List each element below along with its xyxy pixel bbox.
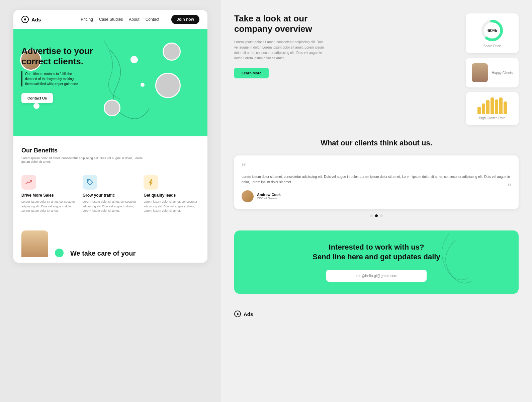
hero-section: Advertise to your correct clients. Our u… [13,29,207,136]
testimonials-title: What our clients think about us. [234,139,519,147]
happy-clients-label: Happy Clients [492,71,513,75]
bar-6 [499,97,503,114]
benefit-card-title-sales: Drive More Sales [21,193,77,198]
benefit-card-leads: Get quality leads Lorem ipsum dolor sit … [144,172,199,217]
quote-open: " [242,162,511,172]
bar-4 [491,97,494,114]
quote-close: " [508,182,512,192]
testimonial-dot-2[interactable] [375,214,378,217]
benefit-card-title-traffic: Grow your traffic [83,193,139,198]
cta-title-text: Interested to work with us?Send line her… [313,243,440,261]
person-avatar [472,63,488,82]
benefit-card-title-leads: Get quality leads [144,193,199,198]
cta-decorative-lines [234,230,519,294]
email-input[interactable]: info@hello.gi@gmail.com [326,270,427,282]
green-dot-decoration [55,249,64,257]
testimonial-dot-3[interactable] [380,214,383,217]
company-description: Lorem ipsum dolor sit amet, consectetur … [234,40,328,61]
benefit-card-desc-leads: Lorem ipsum dolor sit amet, consectetur … [144,200,199,213]
bottom-teaser-section: We take care of your [13,225,207,263]
nav-logo: Ads [21,16,41,23]
nav-links: Pricing Case Studies About Contact [81,17,159,22]
testimonial-author: Andrew Cook CEO of Greens [242,190,511,202]
benefits-description: Lorem ipsum dolor sit amet, consectetur … [21,156,149,163]
author-role: CEO of Greens [257,197,281,200]
cta-section: Interested to work with us?Send line her… [234,230,519,294]
bar-7 [504,102,507,114]
testimonial-card: " Lorem ipsum dolor sit amet, consectetu… [234,155,519,209]
cta-title: Interested to work with us?Send line her… [313,243,440,262]
left-panel: Ads Pricing Case Studies About Contact J… [0,0,221,402]
donut-chart: 60% [480,19,504,42]
happy-clients-card: Happy Clients [466,58,519,87]
benefit-card-sales: Drive More Sales Lorem ipsum dolor sit a… [21,172,77,217]
author-info: Andrew Cook CEO of Greens [257,193,281,200]
lightning-icon [147,179,155,186]
sales-icon-box [21,175,36,190]
high-growth-card: High Growth Rate [466,92,519,125]
logo-icon [21,16,29,23]
author-name: Andrew Cook [257,193,281,197]
bar-chart [477,97,507,114]
share-price-label: Share Price [483,44,501,48]
website-mockup-card: Ads Pricing Case Studies About Contact J… [13,10,207,263]
leads-icon-box [144,175,158,190]
hero-title: Advertise to your correct clients. [21,46,102,67]
footer-logo-icon [234,311,241,317]
testimonials-section: What our clients think about us. " Lorem… [234,139,519,217]
decorative-dot-3 [33,103,39,109]
bar-2 [482,104,485,114]
svg-point-0 [88,181,89,182]
learn-more-button[interactable]: Learn More [234,68,269,78]
navigation-bar: Ads Pricing Case Studies About Contact J… [13,10,207,29]
nav-link-case-studies[interactable]: Case Studies [99,17,123,22]
trending-up-icon [25,179,32,186]
share-price-value: 60% [487,28,497,33]
benefits-title: Our Benefits [21,147,199,154]
footer-logo-text: Ads [244,311,253,317]
company-text: Take a look at our company overview Lore… [234,13,456,78]
company-overview-section: Take a look at our company overview Lore… [234,13,519,125]
testimonial-dot-1[interactable] [370,214,373,217]
footer-logo: Ads [234,311,519,317]
company-overview-title: Take a look at our company overview [234,13,321,34]
author-avatar [242,190,254,202]
benefits-grid: Drive More Sales Lorem ipsum dolor sit a… [21,172,199,217]
bar-5 [495,99,498,114]
join-now-button[interactable]: Join now [171,15,199,24]
high-growth-label: High Growth Rate [479,116,505,120]
bottom-teaser-title: We take care of your [70,250,136,257]
traffic-icon-box [83,175,97,190]
nav-link-contact[interactable]: Contact [146,17,159,22]
testimonial-dots [234,214,519,217]
company-stats-cards: 60% Share Price Happy Clients [466,13,519,125]
benefit-card-traffic: Grow your traffic Lorem ipsum dolor sit … [83,172,139,217]
bottom-avatar [21,230,48,257]
right-panel: Take a look at our company overview Lore… [221,0,532,402]
bar-3 [486,100,490,114]
logo-text: Ads [31,17,41,22]
benefit-card-desc-sales: Lorem ipsum dolor sit amet, consectetur … [21,200,77,213]
share-price-card: 60% Share Price [466,13,519,53]
tag-icon [86,179,94,186]
contact-us-button[interactable]: Contact Us [21,93,53,103]
hero-tagline: Our ultimate moto is to fulfill the dema… [21,71,82,86]
benefits-section: Our Benefits Lorem ipsum dolor sit amet,… [13,136,207,225]
testimonial-quote-text: Lorem ipsum dolor sit amet, consectetur … [242,174,511,185]
benefit-card-desc-traffic: Lorem ipsum dolor sit amet, consectetur … [83,200,139,213]
bar-1 [477,107,481,114]
nav-link-pricing[interactable]: Pricing [81,17,93,22]
nav-link-about[interactable]: About [129,17,139,22]
